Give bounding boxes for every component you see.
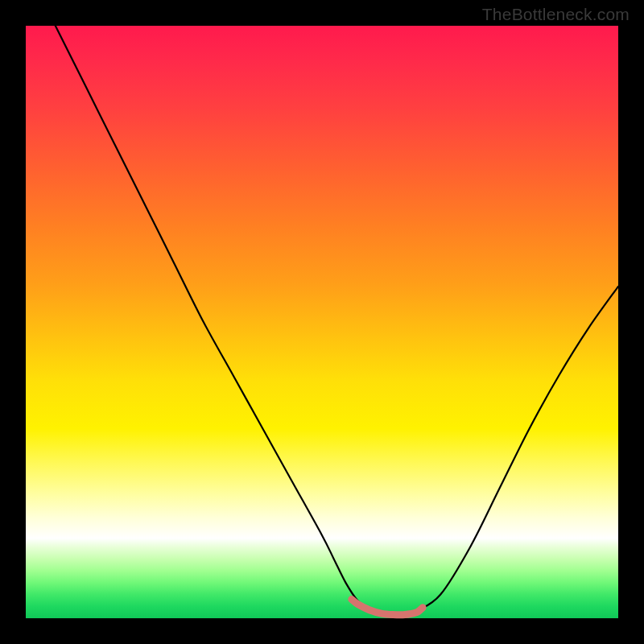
bottleneck-curve xyxy=(56,26,618,616)
plot-area xyxy=(26,26,618,618)
curve-layer xyxy=(26,26,618,618)
chart-frame: TheBottleneck.com xyxy=(0,0,644,644)
watermark-text: TheBottleneck.com xyxy=(482,5,630,24)
optimal-zone-highlight xyxy=(352,599,423,614)
